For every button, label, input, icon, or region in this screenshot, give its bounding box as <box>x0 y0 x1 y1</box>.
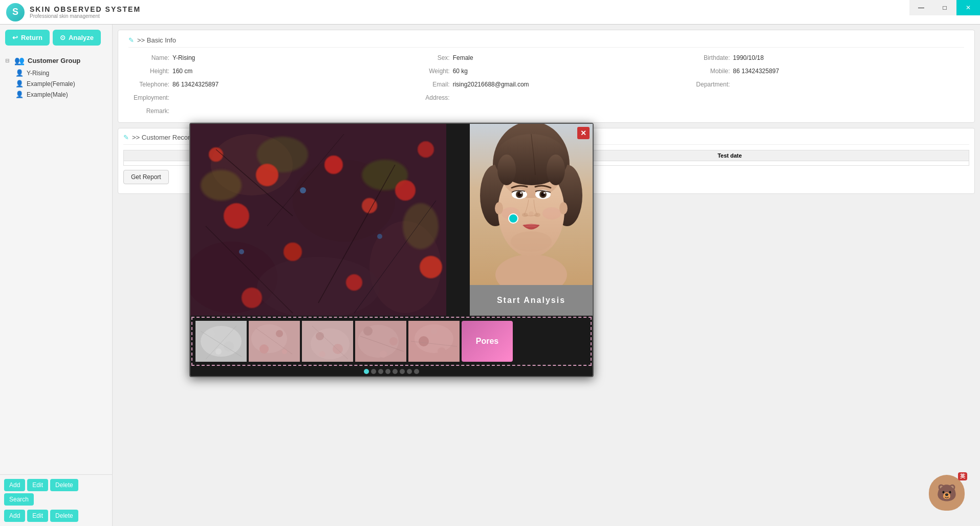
svg-point-22 <box>300 187 306 193</box>
start-analysis-button[interactable]: Start Analysis <box>470 285 593 316</box>
face-portrait-svg <box>470 124 593 285</box>
svg-point-68 <box>259 344 269 354</box>
svg-point-12 <box>324 156 343 174</box>
svg-point-40 <box>547 155 565 185</box>
svg-point-81 <box>380 350 387 358</box>
svg-point-57 <box>509 214 518 223</box>
dot-2[interactable] <box>371 369 376 374</box>
svg-point-19 <box>242 288 262 308</box>
pores-label: Pores <box>476 337 498 345</box>
svg-point-79 <box>363 326 373 336</box>
svg-point-80 <box>389 337 398 345</box>
dot-5[interactable] <box>393 369 398 374</box>
modal-skin-view <box>190 124 470 316</box>
svg-point-62 <box>215 348 222 355</box>
modal-overlay: ✕ <box>0 0 980 526</box>
mascot-face-icon: 🐻 <box>937 483 957 502</box>
dot-1[interactable] <box>364 369 369 374</box>
svg-point-13 <box>224 203 249 229</box>
modal-face-panel: Start Analysis <box>470 124 593 316</box>
skin-microscope-image <box>190 124 446 316</box>
dot-6[interactable] <box>400 369 405 374</box>
svg-point-46 <box>520 192 522 194</box>
svg-point-52 <box>534 213 540 217</box>
dot-4[interactable] <box>385 369 390 374</box>
dot-7[interactable] <box>407 369 412 374</box>
mascot: 🐻 英 <box>929 475 970 516</box>
svg-rect-32 <box>516 262 547 285</box>
svg-point-24 <box>239 249 244 254</box>
modal-main-content: Start Analysis <box>190 124 593 316</box>
pagination-dots <box>190 367 593 376</box>
svg-point-86 <box>438 347 446 356</box>
svg-point-17 <box>420 256 442 278</box>
svg-point-50 <box>543 192 546 194</box>
thumbnail-1[interactable] <box>195 321 247 362</box>
thumbnail-strip: Pores <box>191 317 592 366</box>
svg-point-60 <box>207 330 215 338</box>
skin-texture-svg <box>190 124 446 316</box>
svg-point-21 <box>418 141 434 158</box>
svg-point-55 <box>542 207 561 220</box>
thumbnail-4[interactable] <box>355 321 406 362</box>
svg-point-15 <box>395 180 416 201</box>
svg-point-72 <box>311 328 350 359</box>
svg-point-85 <box>419 336 429 346</box>
svg-point-56 <box>511 231 552 252</box>
svg-point-11 <box>256 164 278 186</box>
svg-point-51 <box>522 213 528 217</box>
face-diagram-container <box>470 124 593 285</box>
svg-point-39 <box>497 155 516 185</box>
dot-3[interactable] <box>378 369 383 374</box>
svg-point-16 <box>284 243 302 261</box>
svg-point-87 <box>431 328 437 334</box>
thumbnail-2[interactable] <box>249 321 300 362</box>
svg-point-67 <box>276 330 283 337</box>
thumbnail-3[interactable] <box>302 321 353 362</box>
modal-dialog: ✕ <box>189 123 594 377</box>
svg-point-10 <box>403 203 439 249</box>
svg-point-18 <box>346 274 362 291</box>
modal-close-button[interactable]: ✕ <box>577 127 590 139</box>
mascot-badge: 英 <box>958 472 967 480</box>
svg-point-53 <box>529 211 534 216</box>
svg-point-75 <box>319 351 325 357</box>
dot-8[interactable] <box>414 369 419 374</box>
thumbnail-5[interactable] <box>408 321 460 362</box>
svg-point-23 <box>377 234 382 239</box>
mascot-body: 🐻 英 <box>929 475 965 511</box>
pores-button[interactable]: Pores <box>462 321 513 362</box>
svg-point-74 <box>333 344 343 354</box>
svg-point-7 <box>201 170 242 201</box>
